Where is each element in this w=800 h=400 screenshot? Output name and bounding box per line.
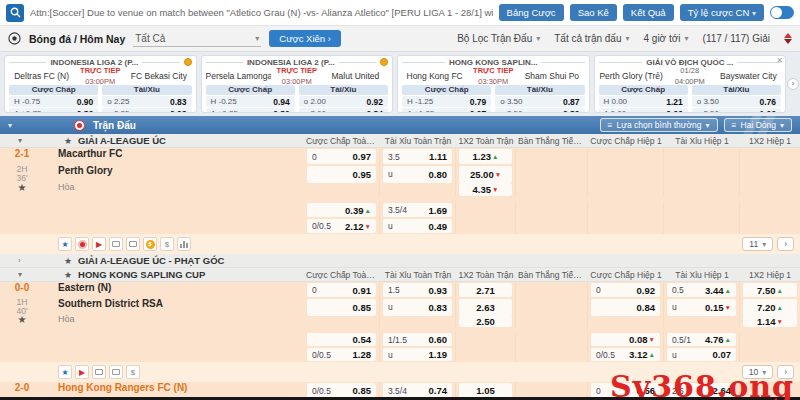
odds-cell-1x2-draw[interactable]: 4.35▼ xyxy=(459,183,512,196)
handicap: 3.5/4 xyxy=(388,386,407,396)
odds-cell[interactable]: A +0.250.82 xyxy=(206,108,295,113)
odds-cell-hdp-full-line2-home[interactable]: 0.54 xyxy=(307,333,376,346)
odds-cell-1x2-home[interactable]: 2.71 xyxy=(459,283,512,297)
pitch-view-icon[interactable] xyxy=(126,237,140,251)
odds-cell-hdp-full-line2-away[interactable]: 0/0.51.28 xyxy=(307,348,376,361)
results-button[interactable]: Kết Quả xyxy=(623,4,674,21)
statement-button[interactable]: Sao Kê xyxy=(570,4,617,21)
odds-cell-hdp-h1-home[interactable]: 00.92 xyxy=(591,283,660,297)
league-toggle[interactable]: ›★GIẢI A-LEAGUE ÚC - PHẠT GÓC xyxy=(0,255,800,266)
play-stream-icon[interactable]: ▶ xyxy=(75,365,89,379)
odds-cell-ou-h1-line2-under[interactable]: u0.07 xyxy=(667,348,736,361)
play-stream-icon[interactable]: ▶ xyxy=(92,237,106,251)
odds-cell-ou-h1-line2-over[interactable]: 0.5/14.76▲ xyxy=(667,333,736,346)
odds-cell-ou-full-over[interactable]: 3.51.11 xyxy=(383,149,452,164)
search-button[interactable] xyxy=(6,4,24,22)
star-icon[interactable]: ★ xyxy=(64,270,72,280)
odds-cell[interactable]: o 3.500.76 xyxy=(692,96,781,107)
bet-slip-button[interactable]: Bảng Cược xyxy=(499,4,564,21)
odds-cell-1x2-h1-home[interactable]: 7.50▲ xyxy=(743,283,797,297)
odds-cell[interactable]: A +1.250.97 xyxy=(402,108,491,113)
featured-panel-3: HONG KONG SAPLIN... Hong Kong FC TRỰC TI… xyxy=(397,55,590,113)
odds-cell-hdp-full-home[interactable]: 00.91 xyxy=(307,283,376,297)
display-toggle[interactable] xyxy=(770,6,794,19)
chevron-down-icon[interactable]: ▾ xyxy=(8,121,12,130)
odds-cell-1x2-home[interactable]: 1.23▲ xyxy=(459,149,512,164)
odds-cell-ou-full-line2-over[interactable]: 3.5/41.69 xyxy=(383,203,452,217)
coin-icon[interactable] xyxy=(380,58,388,66)
odds-cell-hdp-full-line2-away[interactable]: 0/0.52.12▼ xyxy=(307,219,376,233)
odds-cell-ou-full-line2-under[interactable]: u1.19 xyxy=(383,348,452,361)
pitch-view-icon[interactable] xyxy=(109,365,123,379)
odds-cell-hdp-h1-line2-home[interactable]: 0.08▼ xyxy=(591,333,660,346)
odds-cell-ou-full-under[interactable]: u0.80 xyxy=(383,166,452,183)
favorite-star-icon[interactable]: ★ xyxy=(18,182,27,193)
odds-value: 2.50 xyxy=(476,316,495,327)
odds-cell[interactable]: H -0.750.90 xyxy=(9,96,98,107)
odds-value: 1.28 xyxy=(353,349,372,360)
odds-cell[interactable]: u 2.000.84 xyxy=(299,108,388,113)
odds-cell-1x2-home[interactable]: 1.05 xyxy=(459,383,512,398)
odds-value: 2.63 xyxy=(476,302,495,313)
line-mode-dropdown[interactable]: ≡Hai Dòng▾ xyxy=(724,118,792,132)
odds-cell[interactable]: u 2.250.93 xyxy=(102,108,191,113)
odds-cell[interactable]: H -0.250.94 xyxy=(206,96,295,107)
all-matches-dropdown[interactable]: Tất cả trận đấu▾ xyxy=(554,33,629,44)
view-mode-dropdown[interactable]: ≡Lựa chọn bình thường▾ xyxy=(600,118,718,132)
odds-value: 3.12▲ xyxy=(629,349,655,360)
odds-cell-ou-full-over[interactable]: 3.5/40.74 xyxy=(383,383,452,398)
odds-cell[interactable]: u 3.500.89 xyxy=(495,108,584,113)
sort-icon[interactable] xyxy=(784,33,792,44)
time-filter-dropdown[interactable]: 4 giờ tới▾ xyxy=(644,33,689,44)
match-filter-dropdown[interactable]: Bộ Lọc Trận Đấu▾ xyxy=(457,33,540,44)
carousel-next-button[interactable]: › xyxy=(787,78,799,90)
close-icon[interactable]: ✕ xyxy=(776,57,783,65)
star-icon[interactable]: ★ xyxy=(64,136,72,146)
odds-cell-1x2-draw[interactable]: 2.50 xyxy=(459,315,512,327)
league-toggle[interactable]: ▾★HONG KONG SAPLING CUP xyxy=(0,269,304,280)
odds-cell-hdp-full-line2-home[interactable]: 0.39▲ xyxy=(307,203,376,217)
tv-icon[interactable] xyxy=(92,365,106,379)
cashout-icon[interactable]: $ xyxy=(126,365,140,379)
odds-cell[interactable]: u 3.501.06 xyxy=(692,108,781,113)
favorite-star-icon[interactable]: ★ xyxy=(18,314,27,325)
odds-cell[interactable]: A 0.000.66 xyxy=(599,108,688,113)
odds-cell[interactable]: A +0.750.86 xyxy=(9,108,98,113)
odds-label: H -0.75 xyxy=(14,97,40,106)
odds-cell-hdp-full-home[interactable]: 00.97 xyxy=(307,149,376,164)
odds-cell[interactable]: o 2.000.92 xyxy=(299,96,388,107)
odds-cell-hdp-h1-line2-away[interactable]: 0/0.53.12▲ xyxy=(591,348,660,361)
league-toggle[interactable]: ▾★GIẢI A-LEAGUE ÚC xyxy=(0,135,304,146)
odds-cell[interactable]: o 3.500.87 xyxy=(495,96,584,107)
league-header-aleague: ▾★GIẢI A-LEAGUE ÚC Cược Chấp Toàn T... T… xyxy=(0,134,800,148)
expand-match-button[interactable]: › xyxy=(777,237,794,251)
odds-cell[interactable]: H 0.001.21 xyxy=(599,96,688,107)
parlay-button[interactable]: Cược Xiên › xyxy=(269,30,341,47)
favorite-star-icon[interactable]: ★ xyxy=(58,237,72,251)
odds-type-dropdown[interactable]: Tỷ lệ cược CN ▾ xyxy=(680,4,764,21)
live-tracker-icon[interactable] xyxy=(75,237,89,251)
cashout-icon[interactable]: $ xyxy=(160,237,174,251)
handicap-header: Cược Chấp xyxy=(9,85,98,95)
odds-cell-ou-h1-over[interactable]: 0.53.44▲ xyxy=(667,283,736,297)
coin-icon[interactable] xyxy=(184,58,192,66)
odds-cell-ou-full-line2-under[interactable]: u0.49 xyxy=(383,219,452,233)
odds-cell-1x2-h1-draw[interactable]: 1.14▼ xyxy=(743,315,797,327)
odds-cell-ou-full-line2-over[interactable]: 1/1.50.60 xyxy=(383,333,452,346)
odds-cell-1x2-away[interactable]: 25.00▼ xyxy=(459,166,512,183)
home-team: Deltras FC (N) xyxy=(9,71,74,81)
stats-chart-icon[interactable] xyxy=(177,237,191,251)
odds-cell-hdp-full-away[interactable]: 0.95 xyxy=(307,166,376,183)
match-time: 01/2804:00PM xyxy=(664,65,716,86)
star-icon[interactable]: ★ xyxy=(64,256,72,266)
odds-cell[interactable]: o 2.250.83 xyxy=(102,96,191,107)
more-bets-dropdown[interactable]: 11▾ xyxy=(742,237,773,251)
league-filter-select[interactable]: Tất Cả ▾ xyxy=(133,31,261,47)
favorite-star-icon[interactable]: ★ xyxy=(58,365,72,379)
odds-cell-hdp-full-home[interactable]: 0/0.50.85 xyxy=(307,383,376,398)
odds-cell[interactable]: H -1.250.79 xyxy=(402,96,491,107)
odds-value: 0.76 xyxy=(759,97,776,107)
coin-bonus-icon[interactable]: $ xyxy=(143,237,157,251)
tv-icon[interactable] xyxy=(109,237,123,251)
odds-cell-ou-full-over[interactable]: 1.50.93 xyxy=(383,283,452,297)
